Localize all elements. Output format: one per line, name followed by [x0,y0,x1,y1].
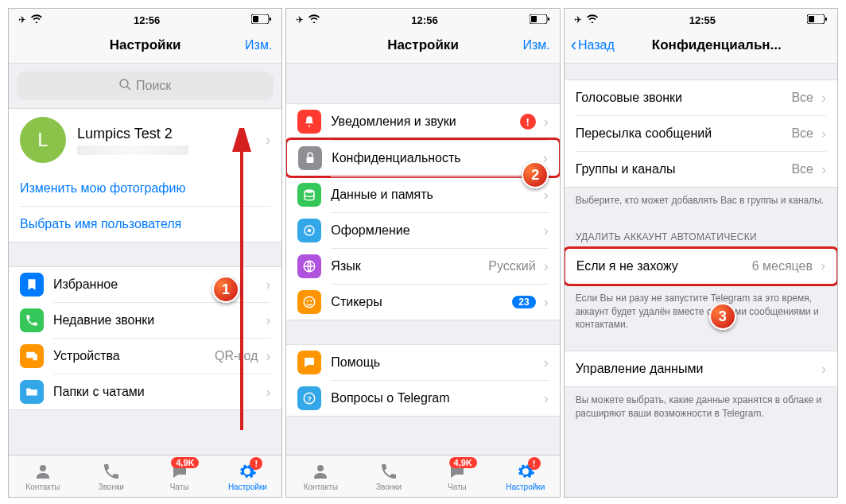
phone-1: ✈︎ 12:56 Настройки Изм. Поиск L Lumpics … [8,8,282,498]
content-settings-2: Уведомления и звуки!› Конфиденциальность… [286,64,559,455]
phone-icon [102,462,121,481]
tab-contacts[interactable]: Контакты [286,456,355,497]
wifi-icon [309,14,320,25]
nav-bar: Настройки Изм. [9,28,281,64]
contact-icon [311,462,330,481]
chevron-icon: › [544,294,549,311]
chevron-icon: › [266,312,270,329]
contact-icon [33,462,52,481]
chevron-left-icon: ‹ [571,35,576,56]
row-data-storage[interactable]: Данные и память› [286,176,559,212]
svg-point-22 [317,465,324,471]
change-photo-link[interactable]: Изменить мою фотографию [9,171,281,206]
folder-icon [20,380,44,404]
battery-icon [251,14,272,26]
svg-line-4 [127,87,130,90]
tab-contacts[interactable]: Контакты [9,456,77,497]
svg-point-18 [307,300,309,301]
back-button[interactable]: ‹Назад [571,35,615,56]
chevron-icon: › [821,161,826,178]
search-icon [119,79,131,94]
row-devices[interactable]: УстройстваQR-код› [9,338,281,374]
profile-subtitle-blur [77,145,188,155]
edit-button[interactable]: Изм. [245,38,272,52]
row-notifications[interactable]: Уведомления и звуки!› [286,104,559,139]
alert-icon: ! [520,114,536,130]
chevron-icon: › [544,258,549,275]
svg-text:?: ? [307,394,312,402]
phone-icon [379,462,398,481]
globe-icon [297,254,321,278]
row-language[interactable]: ЯзыкРусский› [286,248,559,284]
bookmark-icon [20,273,44,297]
svg-point-17 [305,297,316,308]
content-privacy: Голосовые звонкиВсе› Пересылка сообщений… [565,64,837,497]
nav-bar: Настройки Изм. [286,28,559,64]
tab-settings[interactable]: !Настройки [491,456,560,497]
tab-chats[interactable]: 4,9KЧаты [146,456,214,497]
row-appearance[interactable]: Оформление› [286,212,559,248]
nav-title: Настройки [387,37,459,53]
chevron-icon: › [266,384,270,401]
chevron-icon: › [544,187,549,204]
tab-chats[interactable]: 4,9KЧаты [423,456,491,497]
status-bar: ✈︎ 12:56 [9,9,281,28]
storage-icon [297,183,321,207]
status-time: 12:55 [689,14,716,26]
status-bar: ✈︎ 12:55 [565,9,837,28]
profile-row[interactable]: L Lumpics Test 2 › [9,109,281,171]
tab-bar: Контакты Звонки 4,9KЧаты !Настройки [286,455,559,497]
nav-title: Настройки [110,37,181,53]
svg-rect-1 [253,16,258,22]
chevron-icon: › [266,277,270,293]
svg-rect-6 [33,354,37,360]
profile-name: Lumpics Test 2 [77,126,251,142]
row-folders[interactable]: Папки с чатами› [9,374,281,409]
lock-icon [298,146,322,170]
svg-point-15 [308,228,312,232]
row-stickers[interactable]: Стикеры23› [286,284,559,320]
row-faq[interactable]: ? Вопросы о Telegram› [286,380,559,416]
wifi-icon [587,14,598,25]
svg-rect-12 [307,157,314,163]
tab-calls[interactable]: Звонки [355,456,423,497]
row-saved[interactable]: Избранное› [9,267,281,302]
chevron-icon: › [821,126,826,142]
row-voice-calls[interactable]: Голосовые звонкиВсе› [565,80,837,115]
content-settings: Поиск L Lumpics Test 2 › Изменить мою фо… [9,64,281,455]
wifi-icon [31,14,42,25]
status-time: 12:56 [411,14,437,26]
settings-alert-icon: ! [528,457,541,470]
chevron-icon: › [266,348,270,365]
choose-username-link[interactable]: Выбрать имя пользователя [9,206,281,242]
row-forwarding[interactable]: Пересылка сообщенийВсе› [565,115,837,151]
chevron-icon: › [821,90,826,107]
row-if-away[interactable]: Если я не захожу6 месяцев› [565,246,837,286]
row-help[interactable]: Помощь› [286,345,559,380]
row-privacy[interactable]: Конфиденциальность› [286,138,559,178]
question-icon: ? [297,386,321,410]
airplane-icon: ✈︎ [574,14,582,25]
tab-calls[interactable]: Звонки [77,456,146,497]
edit-button[interactable]: Изм. [522,38,549,52]
chevron-icon: › [544,114,549,130]
row-data-management[interactable]: Управление данными› [565,351,837,386]
status-bar: ✈︎ 12:56 [286,9,559,28]
svg-rect-25 [825,17,827,21]
chats-badge: 4,9K [449,457,477,468]
sticker-badge: 23 [512,296,535,308]
chats-badge: 4,9K [171,457,199,468]
section-footer: Вы можете выбрать, какие данные хранятся… [565,387,837,430]
svg-rect-11 [548,17,549,21]
svg-rect-24 [809,16,814,22]
row-recent-calls[interactable]: Недавние звонки› [9,302,281,338]
search-input[interactable]: Поиск [17,72,274,100]
svg-point-19 [310,300,312,301]
svg-rect-2 [270,17,271,21]
appearance-icon [297,219,321,242]
chevron-icon: › [544,390,549,407]
tab-settings[interactable]: !Настройки [213,456,281,497]
svg-point-13 [305,189,314,193]
phone-icon [20,308,44,332]
row-groups-channels[interactable]: Группы и каналыВсе› [565,151,837,187]
